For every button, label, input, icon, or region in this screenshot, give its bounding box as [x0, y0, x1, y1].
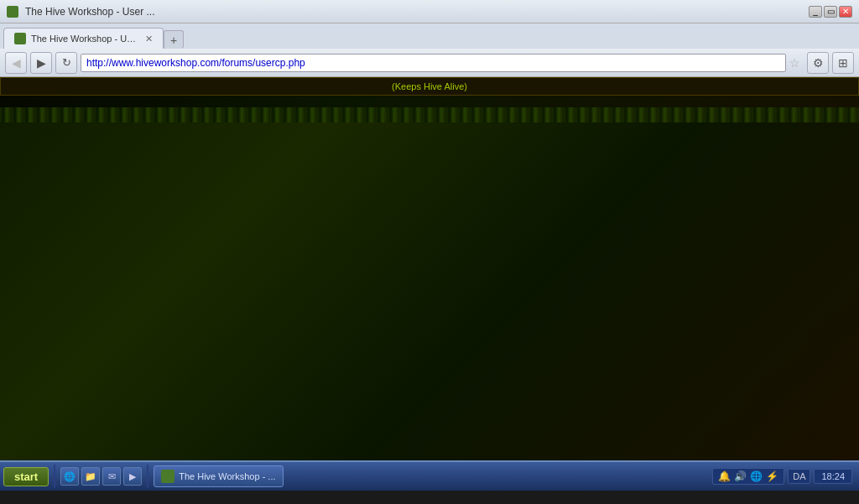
taskbar-icon-4[interactable]: ▶: [123, 467, 142, 486]
ad-link[interactable]: (Keeps Hive Alive): [392, 81, 467, 91]
window-controls: _ ▭ ✕: [809, 6, 852, 18]
taskbar-divider-1: [54, 465, 55, 488]
tray-icon-4: ⚡: [766, 470, 778, 482]
tab-close-icon[interactable]: ✕: [145, 34, 153, 44]
taskbar-app-icon: [161, 470, 174, 483]
tray-icon-2: 🔊: [734, 470, 747, 482]
taskbar-icon-1[interactable]: 🌐: [60, 467, 79, 486]
title-bar-text: The Hive Workshop - User ...: [25, 6, 802, 18]
browser-window: The Hive Workshop - User ... _ ▭ ✕ The H…: [0, 0, 859, 77]
title-bar: The Hive Workshop - User ... _ ▭ ✕: [0, 0, 859, 23]
active-tab[interactable]: The Hive Workshop - User ... ✕: [3, 28, 164, 49]
site-header: (Keeps Hive Alive): [0, 77, 859, 460]
reload-icon: ↻: [62, 56, 71, 69]
tray-icon-3: 🌐: [750, 470, 763, 482]
title-bar-favicon: [7, 6, 18, 18]
tools-button[interactable]: ⚙: [807, 52, 829, 74]
close-button[interactable]: ✕: [839, 6, 852, 18]
taskbar-right-area: 🔔 🔊 🌐 ⚡ DA 18:24: [712, 468, 852, 485]
tab-bar: The Hive Workshop - User ... ✕ +: [0, 23, 859, 49]
minimize-button[interactable]: _: [809, 6, 822, 18]
taskbar-icon-2[interactable]: 📁: [81, 467, 100, 486]
back-button[interactable]: ◀: [5, 52, 27, 74]
tab-label: The Hive Workshop - User ...: [31, 34, 140, 44]
system-tray: 🔔 🔊 🌐 ⚡: [712, 468, 784, 485]
taskbar-app-label: The Hive Workshop - ...: [179, 471, 275, 481]
settings-button[interactable]: ⊞: [832, 52, 854, 74]
bookmark-icon[interactable]: ☆: [789, 56, 800, 70]
ad-banner: (Keeps Hive Alive): [0, 77, 859, 96]
clock: 18:24: [814, 469, 852, 484]
address-bar[interactable]: [81, 54, 786, 72]
nav-bar: ◀ ▶ ↻ ☆ ⚙ ⊞: [0, 49, 859, 77]
tray-icon-1: 🔔: [718, 470, 731, 482]
website-content: (Keeps Hive Alive) ⌂ The Hive Workshop ›…: [0, 77, 859, 460]
taskbar-app-browser[interactable]: The Hive Workshop - ...: [154, 465, 283, 487]
taskbar: start 🌐 📁 ✉ ▶ The Hive Workshop - ... 🔔 …: [0, 460, 859, 491]
forward-button[interactable]: ▶: [30, 52, 52, 74]
taskbar-icon-3[interactable]: ✉: [102, 467, 121, 486]
start-button[interactable]: start: [3, 467, 49, 486]
language-indicator: DA: [788, 469, 810, 484]
maximize-button[interactable]: ▭: [824, 6, 837, 18]
taskbar-divider-2: [147, 465, 148, 488]
new-tab-button[interactable]: +: [164, 30, 184, 49]
reload-button[interactable]: ↻: [55, 52, 77, 74]
taskbar-quick-launch: 🌐 📁 ✉ ▶: [60, 467, 142, 486]
tab-favicon: [14, 33, 26, 44]
